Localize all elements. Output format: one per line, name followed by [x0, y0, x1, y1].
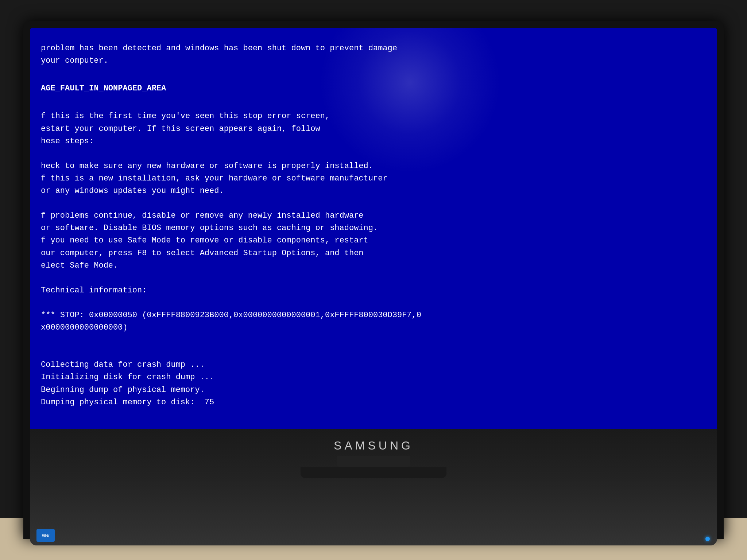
monitor-screen-bezel: problem has been detected and windows ha…	[30, 28, 717, 429]
bsod-collecting: Collecting data for crash dump ...	[41, 359, 706, 371]
bsod-line-2: your computer.	[41, 55, 706, 67]
bsod-line-25	[41, 346, 706, 359]
bsod-line-1: problem has been detected and windows ha…	[41, 42, 706, 55]
bsod-line-16: f you need to use Safe Mode to remove or…	[41, 234, 706, 247]
bsod-screen: problem has been detected and windows ha…	[30, 28, 717, 429]
bsod-line-7: estart your computer. If this screen app…	[41, 123, 706, 135]
bsod-line-10: heck to make sure any new hardware or so…	[41, 160, 706, 172]
bsod-technical-info: Technical information:	[41, 284, 706, 297]
bsod-line-21	[41, 297, 706, 309]
bsod-error-code: AGE_FAULT_IN_NONPAGED_AREA	[41, 82, 706, 95]
monitor-stand-base	[301, 467, 446, 478]
bsod-line-9	[41, 148, 706, 160]
bsod-beginning-dump: Beginning dump of physical memory.	[41, 384, 706, 396]
monitor-bottom-bezel: intel SAMSUNG	[30, 429, 717, 545]
led-indicator	[705, 537, 710, 541]
bsod-line-15: or software. Disable BIOS memory options…	[41, 222, 706, 234]
bsod-line-6: f this is the first time you've seen thi…	[41, 110, 706, 122]
bsod-stop-code: *** STOP: 0x00000050 (0xFFFF8800923B000,…	[41, 309, 706, 322]
bsod-line-13	[41, 197, 706, 210]
bsod-line-18: elect Safe Mode.	[41, 260, 706, 272]
bsod-line-24	[41, 334, 706, 346]
bsod-line-14: f problems continue, disable or remove a…	[41, 210, 706, 222]
monitor-stand-top	[337, 456, 410, 467]
bsod-line-8: hese steps:	[41, 135, 706, 148]
bsod-stop-code-2: x0000000000000000)	[41, 322, 706, 334]
bsod-line-5	[41, 98, 706, 110]
monitor-outer: problem has been detected and windows ha…	[23, 21, 724, 539]
bsod-line-19	[41, 272, 706, 284]
bsod-dumping: Dumping physical memory to disk: 75	[41, 396, 706, 409]
monitor-brand: SAMSUNG	[334, 439, 413, 452]
bsod-line-17: our computer, press F8 to select Advance…	[41, 247, 706, 260]
bsod-line-12: or any windows updates you might need.	[41, 185, 706, 197]
bsod-initializing: Initializing disk for crash dump ...	[41, 371, 706, 384]
bsod-line-3	[41, 67, 706, 79]
bsod-line-11: f this is a new installation, ask your h…	[41, 172, 706, 185]
intel-sticker: intel	[36, 529, 55, 542]
